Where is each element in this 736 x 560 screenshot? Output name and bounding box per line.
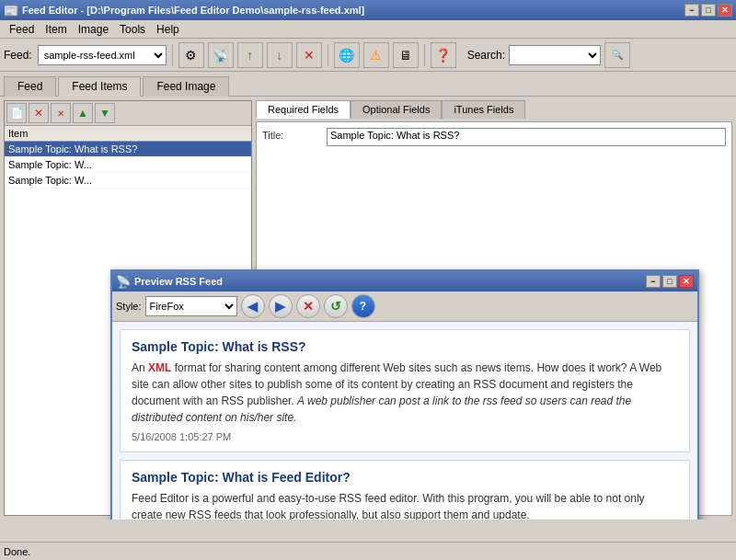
settings-button[interactable]: ⚙ [178, 42, 204, 68]
preview-window: 📡 Preview RSS Feed − □ ✕ Style: FireFox … [110, 269, 699, 520]
delete-item-button[interactable]: ✕ [29, 103, 49, 123]
forward-button[interactable]: ▶ [269, 294, 293, 318]
rss-item-1: Sample Topic: What is RSS? An XML format… [120, 329, 690, 452]
preview-maximize-button[interactable]: □ [662, 275, 677, 288]
menu-help[interactable]: Help [151, 21, 185, 38]
remove-item-button[interactable]: ✕ [51, 103, 71, 123]
menu-image[interactable]: Image [73, 21, 114, 38]
toolbar-separator-2 [328, 44, 328, 66]
title-field-row: Title: Sample Topic: What is RSS? [262, 128, 726, 146]
preview-title-text: Preview RSS Feed [134, 276, 646, 287]
list-item[interactable]: Sample Topic: What is RSS? [5, 142, 251, 157]
tab-feed-image[interactable]: Feed Image [143, 76, 229, 97]
style-label: Style: [116, 301, 142, 312]
item-list-toolbar: 📄 ✕ ✕ ▲ ▼ [5, 101, 251, 126]
toolbar-separator [172, 44, 173, 66]
preview-title-bar: 📡 Preview RSS Feed − □ ✕ [112, 271, 697, 291]
list-item[interactable]: Sample Topic: W... [5, 173, 251, 189]
preview-window-controls: − □ ✕ [646, 275, 694, 288]
refresh-button[interactable]: ↺ [324, 294, 348, 318]
item-column-header: Item [8, 128, 247, 139]
preview-toolbar: Style: FireFox Internet Explorer Opera ◀… [112, 291, 697, 322]
rss-item-1-title: Sample Topic: What is RSS? [132, 339, 678, 354]
title-bar: 📰 Feed Editor - [D:\Program Files\Feed E… [0, 0, 736, 20]
app-icon: 📰 [4, 4, 18, 17]
stop-button[interactable]: ✕ [296, 294, 320, 318]
search-select[interactable] [509, 45, 601, 65]
close-button[interactable]: ✕ [718, 4, 732, 17]
tab-feed[interactable]: Feed [4, 76, 56, 97]
back-button[interactable]: ◀ [241, 294, 265, 318]
download-button[interactable]: ↓ [267, 42, 293, 68]
move-down-button[interactable]: ▼ [95, 103, 115, 123]
rss-item-2-body: Feed Editor is a powerful and easy-to-us… [132, 490, 678, 520]
title-field[interactable]: Sample Topic: What is RSS? [327, 128, 726, 146]
window-controls: − □ ✕ [684, 4, 732, 17]
monitor-button[interactable]: 🖥 [393, 42, 419, 68]
tab-itunes-fields[interactable]: iTunes Fields [442, 100, 525, 119]
item-list-header: Item [5, 126, 251, 142]
main-toolbar: Feed: sample-rss-feed.xml ⚙ 📡 ↑ ↓ ✕ 🌐 ⚠ … [0, 39, 736, 72]
feed-label: Feed: [4, 49, 32, 62]
tab-optional-fields[interactable]: Optional Fields [351, 100, 442, 119]
web-button[interactable]: 🌐 [334, 42, 360, 68]
title-label: Title: [262, 128, 327, 141]
preview-content[interactable]: Sample Topic: What is RSS? An XML format… [112, 322, 697, 520]
search-go-button[interactable]: 🔍 [604, 42, 630, 68]
rss-item-2: Sample Topic: What is Feed Editor? Feed … [120, 460, 690, 520]
window-title: Feed Editor - [D:\Program Files\Feed Edi… [22, 5, 684, 16]
list-item[interactable]: Sample Topic: W... [5, 157, 251, 173]
maximize-button[interactable]: □ [701, 4, 716, 17]
preview-minimize-button[interactable]: − [646, 275, 661, 288]
info-button[interactable]: ? [351, 294, 375, 318]
menu-feed[interactable]: Feed [4, 21, 40, 38]
preview-inner: Sample Topic: What is RSS? An XML format… [112, 322, 697, 520]
toolbar-separator-3 [424, 44, 425, 66]
rss-button[interactable]: 📡 [208, 42, 234, 68]
italic-text: A web publisher can post a link to the r… [132, 394, 631, 424]
upload-button[interactable]: ↑ [237, 42, 263, 68]
delete-button[interactable]: ✕ [296, 42, 322, 68]
rss-item-2-title: Sample Topic: What is Feed Editor? [132, 470, 678, 485]
preview-close-button[interactable]: ✕ [679, 275, 694, 288]
new-item-button[interactable]: 📄 [6, 103, 27, 123]
preview-rss-icon: 📡 [116, 275, 131, 289]
help-button[interactable]: ❓ [431, 42, 456, 68]
main-tab-bar: Feed Feed Items Feed Image [0, 72, 736, 97]
rss-item-1-date: 5/16/2008 1:05:27 PM [132, 431, 678, 442]
menu-bar: Feed Item Image Tools Help [0, 20, 736, 39]
minimize-button[interactable]: − [684, 4, 699, 17]
search-label: Search: [467, 49, 505, 62]
tab-required-fields[interactable]: Required Fields [256, 100, 351, 119]
field-tab-bar: Required Fields Optional Fields iTunes F… [256, 100, 732, 119]
rss-item-1-body: An XML format for sharing content among … [132, 360, 678, 426]
menu-tools[interactable]: Tools [114, 21, 151, 38]
menu-item[interactable]: Item [40, 21, 72, 38]
content-area: 📄 ✕ ✕ ▲ ▼ Item Sample Topic: What is RSS… [0, 97, 736, 520]
move-up-button[interactable]: ▲ [73, 103, 93, 123]
feed-selector[interactable]: sample-rss-feed.xml [38, 45, 167, 65]
style-selector[interactable]: FireFox Internet Explorer Opera [145, 296, 237, 316]
tab-feed-items[interactable]: Feed Items [58, 76, 141, 97]
xml-bold: XML [148, 361, 171, 374]
warning-button[interactable]: ⚠ [363, 42, 389, 68]
